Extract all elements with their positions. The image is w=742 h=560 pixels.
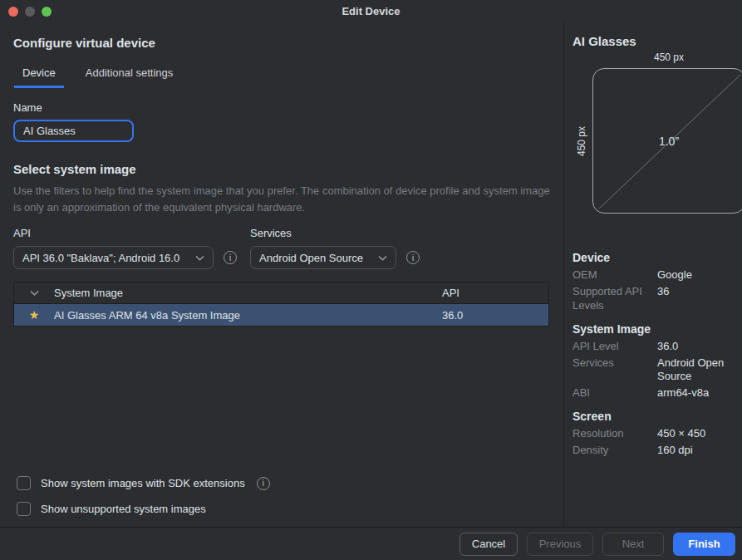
column-header-api[interactable]: API [442,287,548,299]
table-row[interactable]: ★ AI Glasses ARM 64 v8a System Image 36.… [14,304,548,326]
close-window-button[interactable] [8,7,18,17]
services-dropdown-value: Android Open Source [259,252,363,264]
checkbox-group: Show system images with SDK extensions i… [17,476,270,516]
api-info-icon[interactable]: i [224,251,237,264]
page-title: Configure virtual device [13,36,550,50]
detail-row-resolution: Resolution 450 × 450 [572,427,734,441]
api-dropdown[interactable]: API 36.0 "Baklava"; Android 16.0 [13,246,214,269]
column-header-system-image[interactable]: System Image [54,287,442,299]
edit-device-dialog: Edit Device Configure virtual device Dev… [0,0,742,560]
table-header: System Image API [14,282,548,304]
tab-additional-settings[interactable]: Additional settings [77,64,182,88]
services-dropdown[interactable]: Android Open Source [250,246,396,269]
window-title: Edit Device [342,5,400,17]
titlebar: Edit Device [0,0,742,22]
sort-chevron-icon[interactable] [14,290,54,296]
diagonal-size-label: 1.0” [593,69,742,213]
next-button: Next [602,533,664,556]
preview-width-label: 450 px [592,52,742,63]
tab-bar: Device Additional settings [14,64,550,88]
unsupported-images-label: Show unsupported system images [41,503,206,515]
previous-button: Previous [527,533,593,556]
api-label: API [13,227,237,239]
detail-row-oem: OEM Google [572,268,734,282]
services-label: Services [250,227,420,239]
detail-row-density: Density 160 dpi [572,444,734,458]
device-details: Device OEM Google Supported API Levels 3… [572,251,734,458]
screen-outline: 1.0” [592,68,742,214]
cancel-button[interactable]: Cancel [459,533,518,556]
detail-row-supported-api: Supported API Levels 36 [572,285,734,313]
tab-device[interactable]: Device [14,64,64,88]
panel-title: AI Glasses [572,34,734,48]
sdk-extensions-label: Show system images with SDK extensions [41,477,245,489]
device-name-input[interactable] [13,120,134,142]
finish-button[interactable]: Finish [673,533,735,556]
section-heading-screen: Screen [572,410,734,423]
system-image-name: AI Glasses ARM 64 v8a System Image [54,309,442,322]
preview-height-label: 450 px [576,125,587,158]
detail-row-api-level: API Level 36.0 [572,340,734,354]
device-summary-panel: AI Glasses 450 px 450 px 1.0” Device OEM… [563,22,742,527]
traffic-lights [8,0,52,22]
unsupported-images-checkbox-row: Show unsupported system images [17,502,270,516]
sdk-extensions-checkbox-row: Show system images with SDK extensions i [17,476,270,490]
api-filter: API API 36.0 "Baklava"; Android 16.0 i [13,227,237,269]
system-image-table: System Image API ★ AI Glasses ARM 64 v8a… [13,282,549,327]
filters-row: API API 36.0 "Baklava"; Android 16.0 i S… [13,227,550,269]
services-info-icon[interactable]: i [406,251,420,264]
sdk-extensions-info-icon[interactable]: i [257,477,270,490]
section-heading-system-image: System Image [572,322,734,336]
unsupported-images-checkbox[interactable] [17,502,31,516]
device-preview: 450 px 450 px 1.0” [572,50,734,242]
chevron-down-icon [378,255,387,261]
name-label: Name [13,101,550,114]
chevron-down-icon [195,255,204,261]
sdk-extensions-checkbox[interactable] [17,476,31,490]
section-heading-device: Device [572,251,734,264]
select-system-image-heading: Select system image [13,162,550,176]
star-icon[interactable]: ★ [29,309,40,321]
system-image-api: 36.0 [442,309,548,322]
system-image-description: Use the filters to help find the system … [13,183,553,216]
detail-row-abi: ABI arm64-v8a [572,386,734,400]
dialog-button-bar: Cancel Previous Next Finish [0,527,742,560]
detail-row-services: Services Android Open Source [572,356,734,385]
maximize-window-button[interactable] [42,7,52,17]
minimize-window-button [25,7,35,17]
services-filter: Services Android Open Source i [250,227,420,269]
configure-pane: Configure virtual device Device Addition… [0,22,563,527]
api-dropdown-value: API 36.0 "Baklava"; Android 16.0 [22,252,179,264]
